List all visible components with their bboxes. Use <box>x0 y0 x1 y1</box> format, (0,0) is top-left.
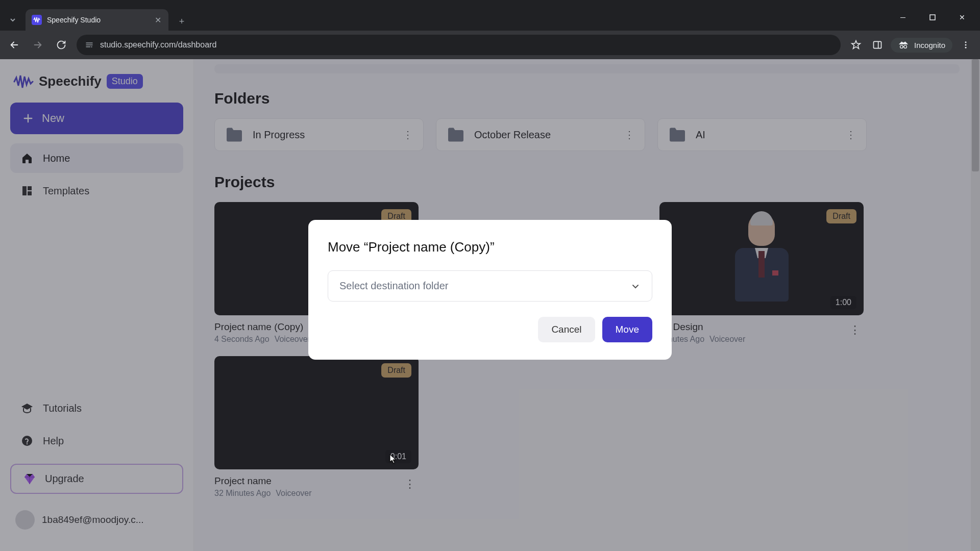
select-placeholder: Select destination folder <box>339 280 448 292</box>
window-controls: ─ ✕ <box>891 9 980 31</box>
move-project-modal: Move “Project name (Copy)” Select destin… <box>308 220 672 360</box>
browser-tab[interactable]: Speechify Studio ✕ <box>26 9 168 31</box>
minimize-button[interactable]: ─ <box>891 9 915 26</box>
tab-favicon-icon <box>32 15 42 25</box>
browser-tab-strip: Speechify Studio ✕ + ─ ✕ <box>0 0 980 31</box>
incognito-label: Incognito <box>914 41 945 49</box>
modal-title: Move “Project name (Copy)” <box>328 239 652 255</box>
maximize-button[interactable] <box>921 9 944 26</box>
close-tab-button[interactable]: ✕ <box>153 15 162 24</box>
incognito-indicator[interactable]: Incognito <box>891 38 952 53</box>
svg-point-4 <box>900 45 903 48</box>
browser-menu-button[interactable] <box>958 37 974 53</box>
site-settings-icon[interactable] <box>85 40 94 49</box>
tab-search-button[interactable] <box>0 9 26 31</box>
destination-folder-select[interactable]: Select destination folder <box>328 270 652 302</box>
close-window-button[interactable]: ✕ <box>950 9 974 26</box>
forward-button[interactable] <box>30 37 46 53</box>
url-field[interactable]: studio.speechify.com/dashboard <box>77 35 841 55</box>
reload-button[interactable] <box>53 37 69 53</box>
svg-rect-2 <box>874 41 881 48</box>
chevron-down-icon <box>630 281 641 291</box>
modal-overlay[interactable]: Move “Project name (Copy)” Select destin… <box>0 59 980 551</box>
svg-point-9 <box>965 47 967 48</box>
move-button[interactable]: Move <box>602 317 652 342</box>
tab-title: Speechify Studio <box>47 16 148 24</box>
svg-rect-0 <box>930 15 935 20</box>
url-text: studio.speechify.com/dashboard <box>100 40 216 49</box>
new-tab-button[interactable]: + <box>173 12 191 31</box>
svg-point-5 <box>904 45 907 48</box>
svg-point-7 <box>965 41 967 43</box>
incognito-icon <box>898 41 909 49</box>
cancel-button[interactable]: Cancel <box>538 317 595 342</box>
svg-point-8 <box>965 44 967 46</box>
back-button[interactable] <box>6 37 22 53</box>
address-bar: studio.speechify.com/dashboard Incognito <box>0 31 980 59</box>
modal-actions: Cancel Move <box>328 317 652 342</box>
side-panel-button[interactable] <box>869 37 886 53</box>
bookmark-button[interactable] <box>848 37 864 53</box>
svg-point-1 <box>91 46 92 47</box>
app-viewport: Speechify Studio New Home Templates Tuto… <box>0 59 980 551</box>
